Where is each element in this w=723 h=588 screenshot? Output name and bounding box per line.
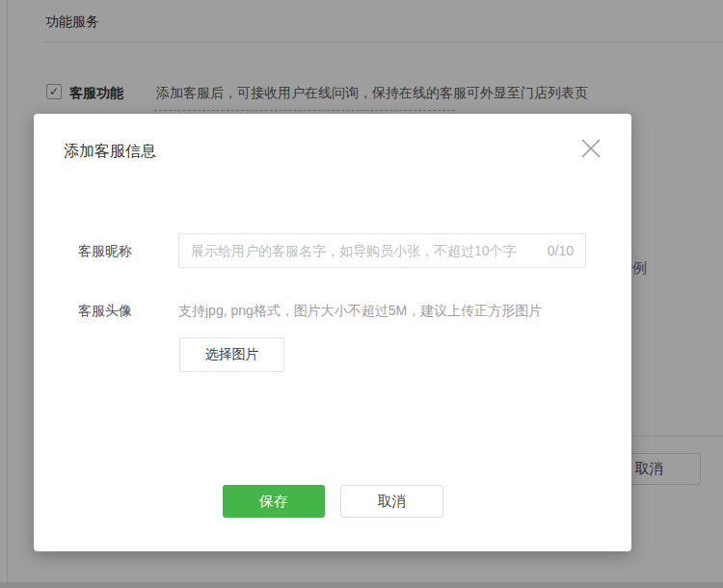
- add-service-modal: 添加客服信息 客服昵称 0/10 客服头像 支持jpg, png格式，图片大小不…: [34, 114, 631, 551]
- choose-image-button[interactable]: 选择图片: [179, 337, 284, 372]
- close-icon[interactable]: [577, 135, 604, 162]
- nickname-label: 客服昵称: [78, 243, 132, 260]
- save-button[interactable]: 保存: [223, 485, 325, 518]
- modal-title: 添加客服信息: [64, 142, 156, 162]
- screen: 功能服务 ✓ 客服功能 添加客服后，可接收用户在线问询，保持在线的客服可外显至门…: [0, 0, 723, 588]
- avatar-hint: 支持jpg, png格式，图片大小不超过5M，建议上传正方形图片: [178, 303, 542, 320]
- close-x-glyph: [579, 137, 602, 160]
- cancel-button[interactable]: 取消: [340, 485, 443, 518]
- nickname-input[interactable]: [178, 233, 586, 268]
- nickname-input-wrap: 0/10: [178, 233, 586, 268]
- avatar-label: 客服头像: [78, 303, 132, 320]
- char-counter: 0/10: [548, 243, 574, 258]
